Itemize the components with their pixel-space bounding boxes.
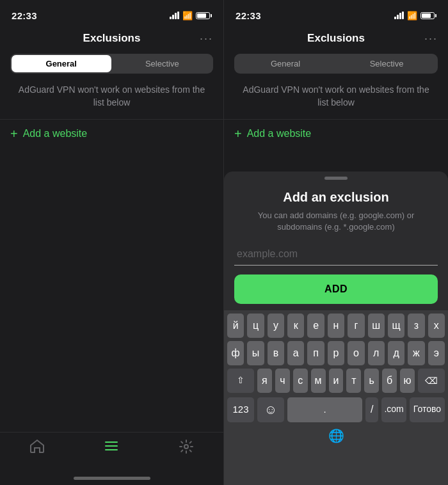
key-ч[interactable]: ч bbox=[275, 369, 290, 393]
settings-icon bbox=[179, 439, 194, 454]
key-а[interactable]: а bbox=[287, 341, 304, 365]
key-з[interactable]: з bbox=[408, 314, 424, 338]
key-л[interactable]: л bbox=[368, 341, 385, 365]
globe-row: 🌐 bbox=[224, 425, 448, 447]
left-header: Exclusions ··· bbox=[0, 28, 223, 51]
key-п[interactable]: п bbox=[307, 341, 324, 365]
key-т[interactable]: т bbox=[346, 369, 361, 393]
left-tab-settings[interactable] bbox=[179, 439, 194, 454]
add-exclusion-button[interactable]: ADD bbox=[234, 274, 438, 304]
key-б[interactable]: б bbox=[382, 369, 397, 393]
right-wifi-icon: 📶 bbox=[407, 11, 417, 20]
key-э[interactable]: э bbox=[428, 341, 445, 365]
left-add-icon: + bbox=[10, 127, 18, 140]
svg-point-3 bbox=[184, 445, 188, 449]
key-м[interactable]: м bbox=[311, 369, 326, 393]
key-н[interactable]: н bbox=[328, 314, 344, 338]
right-status-bar: 22:33 📶 bbox=[224, 0, 448, 28]
right-battery-icon bbox=[420, 12, 436, 19]
keyboard-row-1: й ц у к е н г ш щ з х bbox=[224, 310, 448, 338]
key-у[interactable]: у bbox=[268, 314, 284, 338]
key-х[interactable]: х bbox=[428, 314, 445, 338]
key-dotcom[interactable]: .com bbox=[381, 397, 406, 422]
key-ю[interactable]: ю bbox=[400, 369, 415, 393]
keyboard-row-3: ⇧ я ч с м и т ь б ю ⌫ bbox=[224, 365, 448, 394]
wifi-icon: 📶 bbox=[182, 11, 193, 20]
key-и[interactable]: и bbox=[329, 369, 344, 393]
right-signal-icon bbox=[394, 12, 404, 19]
key-ь[interactable]: ь bbox=[364, 369, 379, 393]
key-е[interactable]: е bbox=[307, 314, 324, 338]
key-в[interactable]: в bbox=[268, 341, 284, 365]
right-segment-control: General Selective bbox=[234, 54, 438, 74]
left-home-indicator bbox=[74, 477, 150, 480]
key-space[interactable]: . bbox=[287, 397, 362, 422]
right-header: Exclusions ··· bbox=[224, 28, 448, 51]
key-р[interactable]: р bbox=[328, 341, 344, 365]
key-emoji[interactable]: ☺ bbox=[257, 397, 284, 422]
left-tab-home[interactable] bbox=[29, 439, 45, 453]
right-panel: 22:33 📶 Exclusions ··· General Selective bbox=[224, 0, 448, 485]
sheet-input-wrapper bbox=[234, 243, 438, 266]
right-time: 22:33 bbox=[236, 10, 261, 21]
key-я[interactable]: я bbox=[257, 369, 272, 393]
key-к[interactable]: к bbox=[287, 314, 304, 338]
battery-icon bbox=[196, 12, 212, 19]
exclusion-sheet: Add an exclusion You can add domains (e.… bbox=[224, 171, 448, 485]
right-menu-icon[interactable]: ··· bbox=[424, 32, 438, 45]
left-time: 22:33 bbox=[12, 10, 37, 21]
right-selective-tab[interactable]: Selective bbox=[337, 55, 436, 72]
signal-icon bbox=[170, 12, 179, 19]
domain-input[interactable] bbox=[234, 243, 438, 265]
sheet-handle bbox=[324, 177, 348, 180]
left-selective-tab[interactable]: Selective bbox=[113, 55, 212, 72]
key-с[interactable]: с bbox=[293, 369, 308, 393]
list-icon bbox=[104, 439, 119, 453]
right-page-title: Exclusions bbox=[307, 32, 365, 45]
left-segment-control: General Selective bbox=[10, 54, 213, 74]
key-г[interactable]: г bbox=[348, 314, 364, 338]
left-status-icons: 📶 bbox=[170, 11, 212, 20]
left-menu-icon[interactable]: ··· bbox=[200, 32, 213, 45]
key-д[interactable]: д bbox=[388, 341, 404, 365]
keyboard-bottom-row: 123 ☺ . / .com Готово bbox=[224, 394, 448, 425]
key-ш[interactable]: ш bbox=[368, 314, 385, 338]
key-slash[interactable]: / bbox=[365, 397, 378, 422]
sheet-title: Add an exclusion bbox=[224, 190, 448, 205]
right-add-website-button[interactable]: + Add a website bbox=[224, 119, 448, 148]
keyboard-row-2: ф ы в а п р о л д ж э bbox=[224, 338, 448, 365]
left-add-label: Add a website bbox=[23, 128, 88, 139]
right-status-icons: 📶 bbox=[394, 11, 436, 20]
key-й[interactable]: й bbox=[227, 314, 244, 338]
key-ы[interactable]: ы bbox=[247, 341, 264, 365]
key-ж[interactable]: ж bbox=[408, 341, 424, 365]
left-description: AdGuard VPN won't work on websites from … bbox=[0, 81, 223, 119]
delete-key[interactable]: ⌫ bbox=[418, 369, 445, 393]
key-ц[interactable]: ц bbox=[247, 314, 264, 338]
key-ф[interactable]: ф bbox=[227, 341, 244, 365]
left-page-title: Exclusions bbox=[83, 32, 141, 45]
left-tab-list[interactable] bbox=[104, 439, 119, 453]
left-add-website-button[interactable]: + Add a website bbox=[0, 119, 223, 148]
right-add-icon: + bbox=[234, 127, 242, 140]
key-123[interactable]: 123 bbox=[227, 397, 254, 422]
keyboard: й ц у к е н г ш щ з х ф ы в а п р о л bbox=[224, 310, 448, 485]
shift-key[interactable]: ⇧ bbox=[227, 369, 254, 393]
right-add-label: Add a website bbox=[247, 128, 312, 139]
left-status-bar: 22:33 📶 bbox=[0, 0, 223, 28]
right-general-tab[interactable]: General bbox=[236, 55, 335, 72]
globe-icon[interactable]: 🌐 bbox=[328, 428, 344, 443]
home-icon bbox=[29, 439, 45, 453]
key-о[interactable]: о bbox=[348, 341, 364, 365]
key-щ[interactable]: щ bbox=[388, 314, 404, 338]
sheet-subtitle: You can add domains (e.g. google.com) or… bbox=[224, 210, 448, 233]
left-general-tab[interactable]: General bbox=[12, 55, 111, 72]
left-panel: 22:33 📶 Exclusions ··· General Selective bbox=[0, 0, 224, 485]
right-description: AdGuard VPN won't work on websites from … bbox=[224, 81, 448, 119]
key-done[interactable]: Готово bbox=[410, 397, 445, 422]
